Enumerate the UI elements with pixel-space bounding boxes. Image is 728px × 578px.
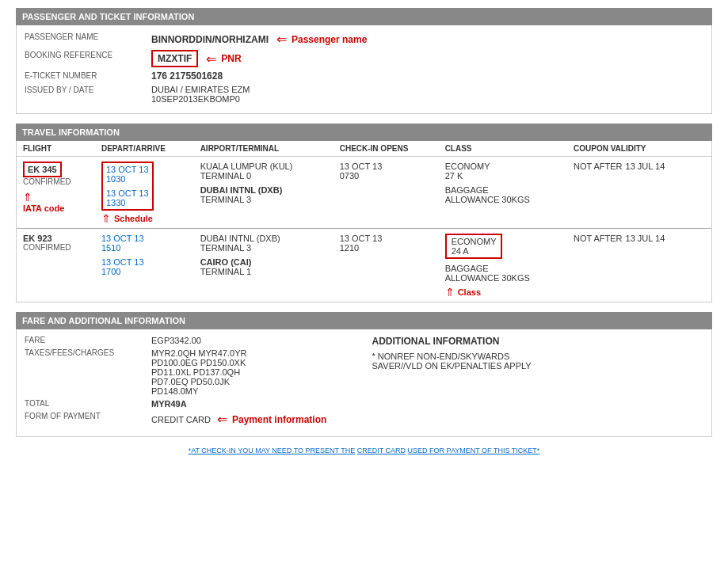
flight1-status: CONFIRMED [23, 177, 97, 186]
flight1-checkin-cell: 13 OCT 13 0730 [340, 157, 445, 229]
class-annotation: Class [458, 287, 481, 297]
payment-label: FORM OF PAYMENT [25, 412, 151, 420]
flight1-airport-cell: KUALA LUMPUR (KUL) TERMINAL 0 DUBAI INTN… [200, 157, 340, 229]
flight1-terminal2: TERMINAL 3 [200, 195, 335, 204]
flight1-validity-cell: NOT AFTER 13 JUL 14 [574, 157, 711, 229]
total-value: MYR49A [151, 399, 187, 409]
flight1-validity-date: 13 JUL 14 [626, 162, 665, 171]
passenger-name-annotation: Passenger name [292, 34, 367, 45]
flight1-baggage-value: ALLOWANCE 30KGS [445, 195, 569, 204]
passenger-section-header: PASSENGER AND TICKET INFORMATION [16, 8, 712, 25]
payment-annotation: Payment information [232, 414, 326, 425]
issued-label: ISSUED BY / DATE [25, 85, 151, 94]
footer-text-end: USED FOR PAYMENT OF THIS TICKET* [408, 447, 540, 454]
taxes-row: TAXES/FEES/CHARGES MYR2.0QH MYR47.0YR PD… [25, 348, 356, 396]
schedule-arrow: ⇑ [101, 212, 111, 225]
fare-section-body: FARE EGP3342.00 TAXES/FEES/CHARGES MYR2.… [16, 329, 712, 437]
flight2-terminal1: TERMINAL 3 [200, 243, 335, 253]
issued-row: ISSUED BY / DATE DUBAI / EMIRATES EZM 10… [25, 85, 703, 104]
pnr-annotation: PNR [221, 53, 241, 64]
flight2-class-box: ECONOMY 24 A [445, 234, 503, 259]
booking-ref-label: BOOKING REFERENCE [25, 50, 151, 59]
travel-section-body: FLIGHT DEPART/ARRIVE AIRPORT/TERMINAL CH… [16, 141, 712, 302]
flight2-airport-cell: DUBAI INTNL (DXB) TERMINAL 3 CAIRO (CAI)… [200, 229, 340, 302]
flight2-checkin-date: 13 OCT 13 [340, 234, 440, 243]
flight2-arrive-date: 13 OCT 13 [101, 257, 196, 267]
flight1-row1: EK 345 CONFIRMED ⇑ IATA code 13 OCT 13 1… [17, 157, 711, 229]
travel-section-header: TRAVEL INFORMATION [16, 124, 712, 141]
flight2-baggage-label: BAGGAGE [445, 264, 569, 273]
flight2-checkin-time: 1210 [340, 243, 440, 253]
flight2-arrive-time: 1700 [101, 267, 196, 276]
travel-section: TRAVEL INFORMATION FLIGHT DEPART/ARRIVE … [16, 124, 712, 302]
flight1-class-sub: 27 K [445, 171, 569, 181]
iata-annotation: IATA code [23, 203, 97, 213]
travel-table-header-row: FLIGHT DEPART/ARRIVE AIRPORT/TERMINAL CH… [17, 141, 711, 157]
flight1-baggage-label: BAGGAGE [445, 185, 569, 195]
col-airport: AIRPORT/TERMINAL [200, 141, 340, 157]
fare-amount-row: FARE EGP3342.00 [25, 336, 356, 345]
flight1-checkin-date: 13 OCT 13 [340, 162, 440, 171]
flight2-checkin-cell: 13 OCT 13 1210 [340, 229, 445, 302]
total-row: TOTAL MYR49A [25, 399, 356, 409]
issued-value: DUBAI / EMIRATES EZM 10SEP2013EKBOMP0 [151, 85, 250, 104]
passenger-section-body: PASSENGER NAME BINNORDDIN/NORHIZAMI ⇐ Pa… [16, 25, 712, 114]
flight1-iata-group: EK 345 [23, 162, 97, 177]
flight1-class-cell: ECONOMY 27 K BAGGAGE ALLOWANCE 30KGS [445, 157, 574, 229]
flight2-airport2: CAIRO (CAI) [200, 257, 335, 267]
pnr-arrow: ⇐ [206, 51, 216, 67]
flight2-baggage-value: ALLOWANCE 30KGS [445, 273, 569, 283]
flight2-class-cell: ECONOMY 24 A BAGGAGE ALLOWANCE 30KGS ⇑ C… [445, 229, 574, 302]
footer-text-start: *AT CHECK-IN YOU MAY NEED TO PRESENT THE [189, 447, 356, 454]
flight1-depart-time: 1030 [106, 174, 149, 184]
class-arrow: ⇑ [445, 286, 455, 299]
taxes-value: MYR2.0QH MYR47.0YR PD100.0EG PD150.0XK P… [151, 348, 246, 396]
passenger-name-row: PASSENGER NAME BINNORDDIN/NORHIZAMI ⇐ Pa… [25, 32, 703, 47]
flight2-validity-cell: NOT AFTER 13 JUL 14 [574, 229, 711, 302]
passenger-name-label: PASSENGER NAME [25, 32, 151, 41]
flight1-class: ECONOMY [445, 162, 569, 171]
flight2-depart-cell: 13 OCT 13 1510 13 OCT 13 1700 [101, 229, 200, 302]
eticket-value: 176 2175501628 [151, 70, 223, 82]
flight1-arrive-date: 13 OCT 13 [106, 188, 149, 198]
pnr-annotation-row: ⇐ PNR [206, 51, 241, 67]
payment-row: FORM OF PAYMENT CREDIT CARD ⇐ Payment in… [25, 412, 356, 427]
passenger-name-value: BINNORDDIN/NORHIZAMI [151, 34, 269, 45]
eticket-label: E-TICKET NUMBER [25, 70, 151, 80]
flight1-arrive-time: 1330 [106, 198, 149, 207]
col-checkin: CHECK-IN OPENS [340, 141, 445, 157]
passenger-section: PASSENGER AND TICKET INFORMATION PASSENG… [16, 8, 712, 114]
flight2-class-sub: 24 A [452, 246, 497, 256]
flight2-validity-date: 13 JUL 14 [626, 234, 665, 243]
payment-annotation-row: ⇐ Payment information [217, 412, 326, 427]
flight2-validity-label: NOT AFTER [574, 234, 623, 243]
flight2-row: EK 923 CONFIRMED 13 OCT 13 1510 13 OCT 1… [17, 229, 711, 302]
flight2-status: CONFIRMED [23, 243, 97, 252]
taxes-label: TAXES/FEES/CHARGES [25, 348, 151, 357]
col-class: CLASS [445, 141, 574, 157]
flight1-depart-cell: 13 OCT 13 1030 13 OCT 13 1330 ⇑ Schedule [101, 157, 200, 229]
flight2-terminal2: TERMINAL 1 [200, 267, 335, 276]
flight1-terminal1: TERMINAL 0 [200, 171, 335, 181]
flight2-number: EK 923 [23, 234, 97, 243]
additional-header: ADDITIONAL INFORMATION [372, 336, 704, 347]
travel-table: FLIGHT DEPART/ARRIVE AIRPORT/TERMINAL CH… [17, 141, 711, 302]
iata-arrow: ⇑ [23, 191, 32, 203]
flight1-airport1: KUALA LUMPUR (KUL) [200, 162, 335, 171]
fare-section-header: FARE AND ADDITIONAL INFORMATION [16, 312, 712, 329]
col-validity: COUPON VALIDITY [574, 141, 711, 157]
fare-wrapper: FARE EGP3342.00 TAXES/FEES/CHARGES MYR2.… [25, 336, 703, 430]
fare-section: FARE AND ADDITIONAL INFORMATION FARE EGP… [16, 312, 712, 437]
flight1-number: EK 345 [23, 162, 62, 177]
eticket-row: E-TICKET NUMBER 176 2175501628 [25, 70, 703, 82]
col-depart: DEPART/ARRIVE [101, 141, 200, 157]
pnr-value: MZXTIF [151, 50, 198, 67]
flight1-depart-box: 13 OCT 13 1030 13 OCT 13 1330 [101, 162, 154, 211]
payment-value: CREDIT CARD [151, 415, 211, 424]
schedule-annotation: Schedule [114, 214, 153, 223]
flight2-airport1: DUBAI INTNL (DXB) [200, 234, 335, 243]
fare-value: EGP3342.00 [151, 336, 201, 345]
col-flight: FLIGHT [17, 141, 101, 157]
flight2-num-cell: EK 923 CONFIRMED [17, 229, 101, 302]
passenger-name-annotation-row: ⇐ Passenger name [276, 32, 367, 47]
